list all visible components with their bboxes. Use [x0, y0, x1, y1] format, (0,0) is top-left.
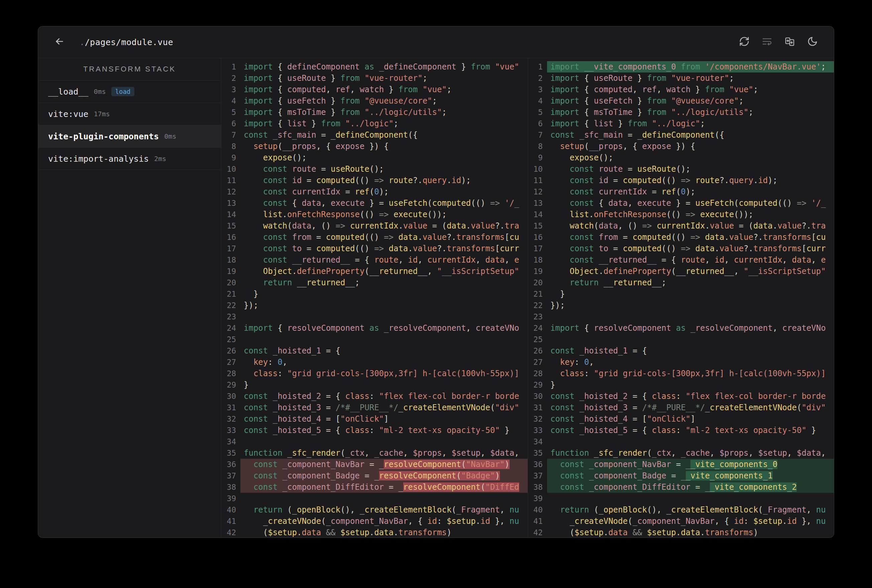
line-code: function _sfc_render(_ctx, _cache, $prop…: [547, 447, 834, 459]
line-code: Object.defineProperty(__returned__, "__i…: [547, 266, 834, 277]
code-line: 35function _sfc_render(_ctx, _cache, $pr…: [221, 447, 528, 459]
code-line: 34: [528, 436, 834, 447]
line-code: [547, 311, 834, 322]
code-line: 27 key: 0,: [221, 357, 528, 368]
line-code: key: 0,: [547, 357, 834, 368]
code-line: 38 const _component_DiffEditor = _resolv…: [221, 482, 528, 493]
line-code: watch(data, () => currentIdx.value = (da…: [547, 220, 834, 231]
code-line: 10 const route = useRoute();: [528, 164, 834, 175]
line-code: const _hoisted_5 = { class: "ml-2 text-x…: [547, 424, 834, 436]
line-number: 10: [221, 164, 241, 175]
code-line: 41 _createVNode(_component_NavBar, { id:…: [528, 516, 834, 527]
line-code: const _hoisted_1 = {: [547, 345, 834, 357]
diff-pane-right[interactable]: 1import __vite_components_0 from '/compo…: [528, 58, 834, 537]
code-line: 31const _hoisted_3 = /*#__PURE__*/_creat…: [528, 402, 834, 413]
code-line: 42 ($setup.data && $setup.data.transform…: [221, 527, 528, 537]
plugin-time: 0ms: [94, 87, 106, 96]
line-code: [241, 493, 528, 504]
line-number: 35: [221, 447, 241, 459]
code-line: 39: [221, 493, 528, 504]
sidebar-item-vite-plugin-components[interactable]: vite-plugin-components0ms: [38, 125, 221, 148]
line-number: 32: [221, 413, 241, 424]
code-line: 28 class: "grid grid-cols-[300px,3fr] h-…: [528, 368, 834, 379]
line-number: 13: [221, 198, 241, 209]
load-badge: load: [111, 87, 135, 96]
line-code: import { computed, ref, watch } from "vu…: [547, 84, 834, 95]
line-code: const route = useRoute();: [241, 164, 528, 175]
line-code: const _hoisted_3 = /*#__PURE__*/_createE…: [241, 402, 528, 413]
code-line: 12 const currentIdx = ref(0);: [528, 186, 834, 198]
line-number: 21: [221, 288, 241, 300]
code-line: 29}: [528, 379, 834, 390]
line-code: return __returned__;: [547, 277, 834, 288]
line-number: 15: [221, 220, 241, 231]
code-line: 5import { msToTime } from "../logic/util…: [528, 106, 834, 118]
code-line: 20 return __returned__;: [528, 277, 834, 288]
code-line: 30const _hoisted_2 = { class: "flex flex…: [221, 390, 528, 402]
line-code: }: [547, 288, 834, 300]
code-line: 28 class: "grid grid-cols-[300px,3fr] h-…: [221, 368, 528, 379]
moon-icon: [807, 36, 818, 48]
line-code: });: [547, 300, 834, 311]
line-number: 24: [221, 322, 241, 334]
line-number: 21: [528, 288, 547, 300]
line-number: 30: [528, 390, 547, 402]
line-code: function _sfc_render(_ctx, _cache, $prop…: [241, 447, 528, 459]
line-number: 19: [221, 266, 241, 277]
line-number: 41: [221, 516, 241, 527]
dark-mode-button[interactable]: [806, 35, 819, 49]
sidebar-item-vite-vue[interactable]: vite:vue17ms: [38, 103, 221, 125]
line-code: const _hoisted_2 = { class: "flex flex-c…: [547, 390, 834, 402]
line-code: ($setup.data && $setup.data.transforms): [241, 527, 528, 537]
line-number: 12: [221, 186, 241, 198]
diff-pane-left[interactable]: 1import { defineComponent as _defineComp…: [221, 58, 528, 537]
code-line: 3import { computed, ref, watch } from "v…: [221, 84, 528, 95]
diff-view-button[interactable]: [783, 35, 797, 49]
line-code: ($setup.data && $setup.data.transforms): [547, 527, 834, 537]
code-line: 33const _hoisted_5 = { class: "ml-2 text…: [221, 424, 528, 436]
code-line: 34: [221, 436, 528, 447]
line-code: });: [241, 300, 528, 311]
code-line: 31const _hoisted_3 = /*#__PURE__*/_creat…: [221, 402, 528, 413]
line-code: Object.defineProperty(__returned__, "__i…: [241, 266, 528, 277]
line-code: import { msToTime } from "../logic/utils…: [241, 106, 528, 118]
line-code: const _component_Badge = __vite_componen…: [547, 470, 834, 482]
sidebar-item--load-[interactable]: __load__0msload: [38, 81, 221, 103]
code-line: 6import { list } from "../logic";: [221, 118, 528, 129]
sidebar-item-vite-import-analysis[interactable]: vite:import-analysis2ms: [38, 148, 221, 170]
line-number: 13: [528, 198, 547, 209]
line-number: 42: [528, 527, 547, 537]
line-code: import { useRoute } from "vue-router";: [241, 72, 528, 84]
line-code: expose();: [241, 152, 528, 164]
code-line: 10 const route = useRoute();: [221, 164, 528, 175]
diff-panels-icon: [785, 36, 795, 48]
code-line: 13 const { data, execute } = useFetch(co…: [528, 198, 834, 209]
code-line: 32const _hoisted_4 = ["onClick"]: [528, 413, 834, 424]
line-code: [241, 436, 528, 447]
line-number: 6: [528, 118, 547, 129]
line-number: 42: [221, 527, 241, 537]
line-code: list.onFetchResponse(() => execute());: [241, 209, 528, 220]
line-number: 37: [528, 470, 547, 482]
line-number: 2: [528, 72, 547, 84]
line-number: 28: [528, 368, 547, 379]
code-line: 25: [221, 334, 528, 345]
line-number: 9: [528, 152, 547, 164]
code-line: 15 watch(data, () => currentIdx.value = …: [221, 220, 528, 231]
back-button[interactable]: [51, 34, 68, 50]
line-code: import { useRoute } from "vue-router";: [547, 72, 834, 84]
code-line: 7const _sfc_main = _defineComponent({: [221, 129, 528, 141]
line-wrap-button[interactable]: [760, 35, 774, 49]
line-code: expose();: [547, 152, 834, 164]
code-line: 35function _sfc_render(_ctx, _cache, $pr…: [528, 447, 834, 459]
refresh-button[interactable]: [738, 35, 751, 49]
line-number: 17: [221, 243, 241, 254]
line-code: const _hoisted_3 = /*#__PURE__*/_createE…: [547, 402, 834, 413]
plugin-name: vite:vue: [48, 109, 88, 119]
plugin-time: 17ms: [94, 110, 110, 118]
line-code: import { msToTime } from "../logic/utils…: [547, 106, 834, 118]
line-code: const id = computed(() => route?.query.i…: [241, 175, 528, 186]
line-code: }: [547, 379, 834, 390]
code-line: 14 list.onFetchResponse(() => execute())…: [528, 209, 834, 220]
code-line: 16 const from = computed(() => data.valu…: [221, 231, 528, 243]
